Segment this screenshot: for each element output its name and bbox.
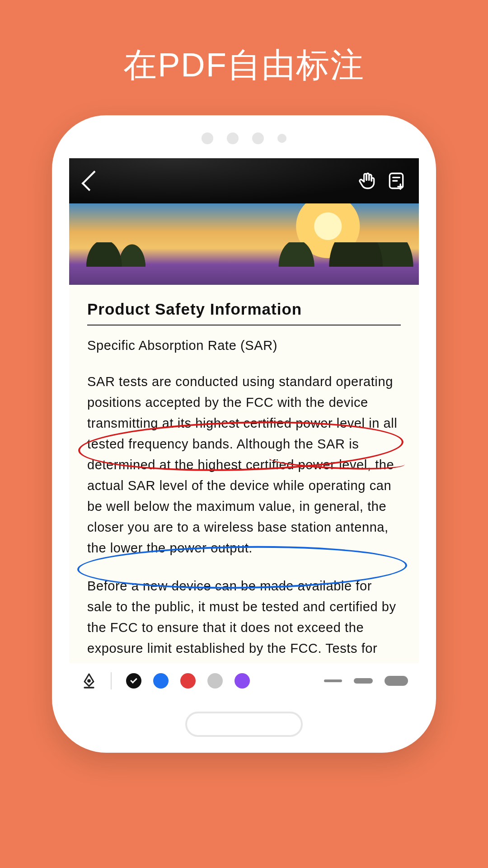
- color-swatch-gray[interactable]: [207, 673, 223, 689]
- document-body[interactable]: Product Safety Information Specific Abso…: [69, 285, 419, 663]
- stroke-width-thin[interactable]: [324, 679, 342, 682]
- color-swatch-purple[interactable]: [235, 673, 250, 689]
- color-swatch-blue[interactable]: [153, 673, 169, 689]
- screen: Product Safety Information Specific Abso…: [69, 158, 419, 698]
- document-subtitle: Specific Absorption Rate (SAR): [87, 338, 401, 353]
- app-header: [69, 158, 419, 203]
- back-icon[interactable]: [81, 170, 102, 191]
- toolbar-separator: [111, 672, 112, 689]
- color-swatch-red[interactable]: [180, 673, 196, 689]
- stroke-width-medium[interactable]: [354, 678, 373, 684]
- svg-rect-6: [84, 687, 94, 688]
- annotation-toolbar: [69, 663, 419, 698]
- color-swatch-black[interactable]: [126, 673, 141, 689]
- svg-point-5: [88, 680, 90, 682]
- document-paragraph-2: Before a new device can be made availabl…: [87, 576, 401, 663]
- check-icon: [130, 676, 137, 684]
- document-title: Product Safety Information: [87, 300, 401, 326]
- note-add-icon[interactable]: [386, 171, 406, 191]
- stroke-width-thick[interactable]: [385, 676, 408, 686]
- pen-tool-icon[interactable]: [80, 672, 98, 690]
- phone-frame: Product Safety Information Specific Abso…: [52, 115, 436, 753]
- document-hero-image: [69, 203, 419, 285]
- speaker-dots: [52, 132, 436, 144]
- document-paragraph-1: SAR tests are conducted using standard o…: [87, 371, 401, 558]
- hand-pointer-icon[interactable]: [357, 171, 377, 191]
- home-button[interactable]: [185, 712, 303, 737]
- promo-title: 在PDF自由标注: [0, 0, 488, 88]
